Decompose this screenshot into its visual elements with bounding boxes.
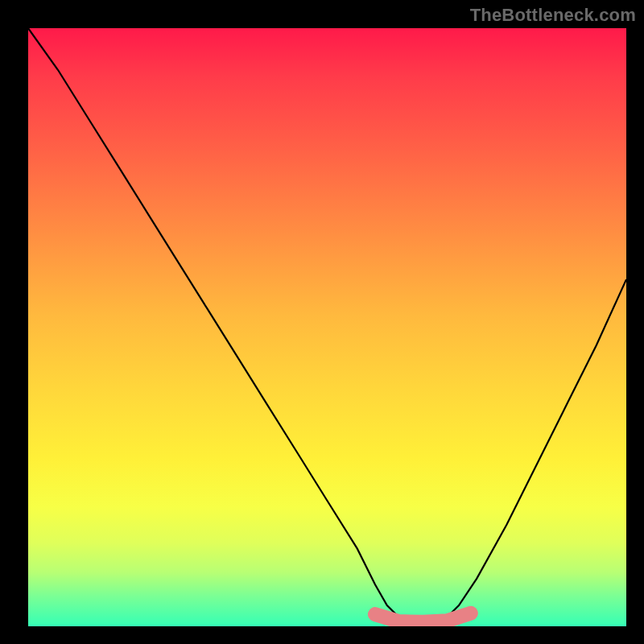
chart-svg [28, 28, 626, 626]
optimal-band [375, 613, 471, 622]
watermark-text: TheBottleneck.com [470, 5, 636, 26]
bottleneck-curve [28, 28, 626, 623]
chart-plot-area [28, 28, 626, 626]
